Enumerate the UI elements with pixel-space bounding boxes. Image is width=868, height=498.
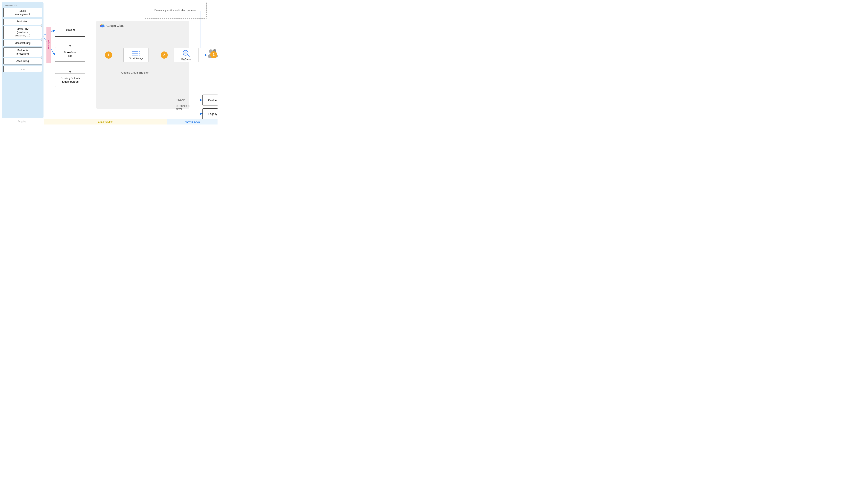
cloud-storage-box: Cloud Storage bbox=[123, 48, 148, 62]
google-cloud-logo: Google Cloud bbox=[99, 24, 124, 28]
list-item: Marketing bbox=[3, 18, 42, 25]
phase-analyze: NEW analyze bbox=[167, 119, 217, 124]
svg-point-28 bbox=[104, 25, 105, 26]
dap-label: Data analysis & visualization partners bbox=[155, 9, 196, 12]
svg-point-33 bbox=[138, 53, 139, 54]
legacy-tools-box: Legacy tools bbox=[202, 108, 217, 119]
svg-line-36 bbox=[187, 55, 189, 56]
phase-acquire: Acquire bbox=[0, 119, 44, 124]
snowflake-box: SnowflakeDB bbox=[55, 47, 85, 62]
svg-point-34 bbox=[138, 55, 139, 56]
list-item: Manufacturing bbox=[3, 40, 42, 47]
list-item: Accounting bbox=[3, 58, 42, 64]
list-item: Budget &forecasting bbox=[3, 48, 42, 57]
svg-point-25 bbox=[101, 25, 102, 26]
list-item: Salesmanagement bbox=[3, 8, 42, 17]
step-2-circle: 2 bbox=[161, 51, 168, 58]
bi-tools-box: Existing BI tools& dashboards bbox=[55, 73, 85, 87]
cloud-storage-label: Cloud Storage bbox=[129, 57, 143, 60]
gc-transfer-label: Google Cloud Transfer bbox=[121, 71, 149, 74]
api-labels: Rest API ODBC/JDBCdriver bbox=[176, 99, 190, 114]
bigquery-box: BigQuery bbox=[174, 48, 199, 62]
step-3-circle: 3 bbox=[210, 51, 217, 58]
list-item: ...... bbox=[3, 66, 42, 72]
google-cloud-icon bbox=[99, 24, 105, 28]
phase-etl: ETL (multiple) bbox=[44, 119, 167, 124]
svg-point-37 bbox=[184, 51, 187, 54]
bigquery-icon bbox=[182, 50, 190, 57]
odbc-label: ODBC/JDBCdriver bbox=[176, 105, 190, 110]
bigquery-label: BigQuery bbox=[181, 58, 191, 61]
cloud-storage-icon bbox=[132, 50, 140, 56]
panel-label: Data sources bbox=[3, 4, 42, 6]
svg-point-27 bbox=[103, 24, 104, 25]
google-cloud-area bbox=[96, 21, 189, 109]
svg-point-26 bbox=[101, 24, 102, 25]
google-cloud-text: Google Cloud bbox=[106, 24, 124, 27]
data-sources-panel: Data sources Salesmanagement Marketing M… bbox=[2, 2, 43, 118]
diagram: Acquire ETL (multiple) NEW analyze Data … bbox=[0, 0, 217, 124]
step-1-circle: 1 bbox=[105, 51, 112, 58]
custom-tools-box: Custom tools bbox=[202, 95, 217, 105]
dap-box: Data analysis & visualization partners bbox=[144, 2, 206, 19]
staging-box: Staging bbox=[55, 23, 85, 37]
list-item: Master DV(Products,customer, ....) bbox=[3, 26, 42, 39]
old-analyse-bar: Old analyse bbox=[46, 27, 51, 63]
rest-api-label: Rest API bbox=[176, 99, 190, 101]
svg-point-32 bbox=[138, 51, 139, 52]
